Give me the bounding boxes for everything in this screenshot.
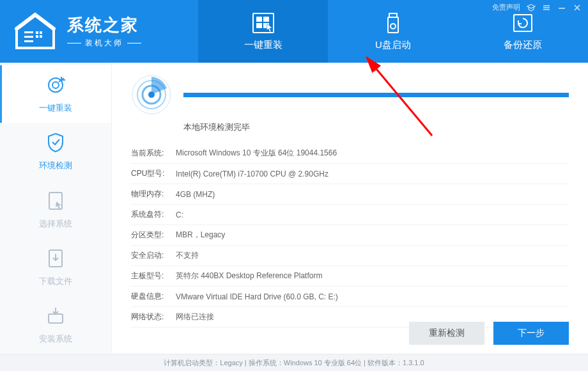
sidebar-item-env-check[interactable]: 环境检测 bbox=[0, 123, 111, 180]
svg-rect-1 bbox=[24, 36, 33, 38]
logo-area: 系统之家 装机大师 bbox=[0, 0, 198, 63]
svg-point-14 bbox=[391, 24, 396, 29]
graduation-icon[interactable] bbox=[527, 3, 536, 12]
row-motherboard: 主板型号:英特尔 440BX Desktop Reference Platfor… bbox=[131, 266, 569, 287]
svg-rect-8 bbox=[256, 17, 262, 22]
close-icon[interactable] bbox=[573, 3, 582, 12]
menu-icon[interactable] bbox=[542, 3, 551, 12]
status-bar: 计算机启动类型：Legacy | 操作系统：Windows 10 专业版 64位… bbox=[0, 354, 588, 371]
windows-cursor-icon bbox=[251, 12, 276, 34]
tab-usb-boot[interactable]: U盘启动 bbox=[328, 0, 458, 63]
sidebar-item-choose-system[interactable]: 选择系统 bbox=[0, 180, 111, 238]
main-panel: 本地环境检测完毕 当前系统:Microsoft Windows 10 专业版 6… bbox=[112, 63, 588, 354]
svg-rect-13 bbox=[388, 17, 398, 33]
house-logo-icon bbox=[13, 12, 58, 51]
svg-rect-9 bbox=[263, 17, 269, 22]
svg-rect-15 bbox=[514, 15, 532, 31]
info-rows: 当前系统:Microsoft Windows 10 专业版 64位 19044.… bbox=[131, 143, 569, 328]
svg-rect-5 bbox=[36, 35, 38, 38]
app-title: 系统之家 bbox=[67, 14, 141, 36]
radar-icon bbox=[131, 74, 172, 115]
svg-point-24 bbox=[148, 91, 155, 98]
install-box-icon bbox=[45, 305, 66, 327]
row-secure-boot: 安全启动:不支持 bbox=[131, 246, 569, 266]
disclaimer-link[interactable]: 免责声明 bbox=[492, 3, 520, 12]
next-button[interactable]: 下一步 bbox=[493, 322, 569, 345]
svg-rect-20 bbox=[49, 314, 63, 323]
svg-rect-0 bbox=[24, 31, 33, 33]
svg-rect-10 bbox=[256, 23, 262, 28]
tab-one-click-reinstall[interactable]: 一键重装 bbox=[198, 0, 328, 63]
app-subtitle: 装机大师 bbox=[67, 38, 141, 49]
svg-rect-18 bbox=[49, 193, 62, 209]
backup-restore-icon bbox=[510, 12, 536, 34]
shield-check-icon bbox=[45, 132, 66, 154]
progress-bar bbox=[183, 93, 569, 97]
row-current-os: 当前系统:Microsoft Windows 10 专业版 64位 19044.… bbox=[131, 143, 569, 164]
file-cursor-icon bbox=[45, 190, 66, 212]
svg-point-17 bbox=[52, 82, 59, 88]
sidebar-item-reinstall[interactable]: 一键重装 bbox=[0, 65, 111, 123]
download-file-icon bbox=[45, 248, 66, 269]
recheck-button[interactable]: 重新检测 bbox=[409, 322, 484, 345]
row-system-drive: 系统盘符:C: bbox=[131, 205, 569, 225]
svg-rect-3 bbox=[36, 31, 38, 34]
row-partition-type: 分区类型:MBR，Legacy bbox=[131, 225, 569, 246]
minimize-icon[interactable] bbox=[557, 3, 566, 12]
target-arrow-icon bbox=[45, 74, 66, 96]
header: 系统之家 装机大师 一键重装 U盘启动 bbox=[0, 0, 588, 63]
svg-rect-6 bbox=[40, 35, 42, 38]
row-disk: 硬盘信息:VMware Virtual IDE Hard Drive (60.0… bbox=[131, 287, 569, 307]
sidebar-item-install[interactable]: 安装系统 bbox=[0, 296, 111, 354]
usb-drive-icon bbox=[380, 12, 406, 34]
svg-rect-4 bbox=[40, 31, 42, 34]
svg-rect-2 bbox=[24, 40, 33, 42]
row-cpu: CPU型号:Intel(R) Core(TM) i7-10700 CPU @ 2… bbox=[131, 164, 569, 184]
row-memory: 物理内存:4GB (MHZ) bbox=[131, 184, 569, 205]
titlebar-controls: 免责声明 bbox=[492, 3, 582, 12]
progress-label: 本地环境检测完毕 bbox=[183, 122, 569, 133]
sidebar-item-download[interactable]: 下载文件 bbox=[0, 239, 111, 296]
sidebar: 一键重装 环境检测 选择系统 下载文件 安装系统 bbox=[0, 63, 112, 354]
